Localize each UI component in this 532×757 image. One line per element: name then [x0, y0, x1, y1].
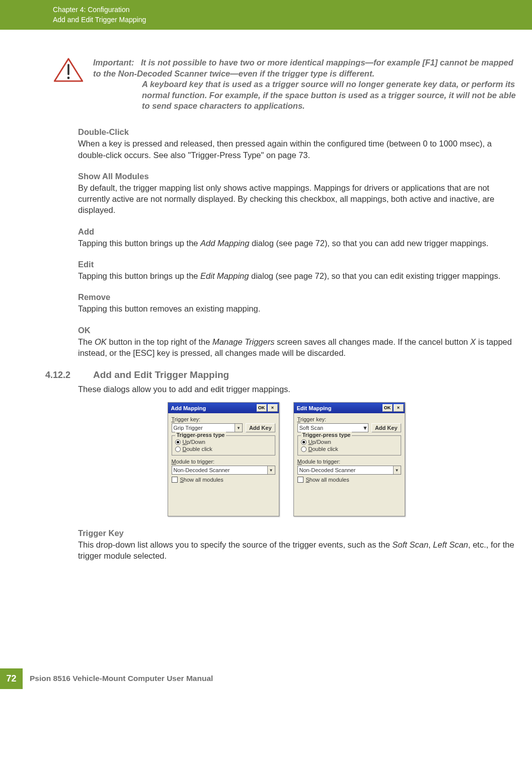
section-intro: These dialogs allow you to add and edit …	[78, 385, 519, 394]
section-title: Add and Edit Trigger Mapping	[93, 369, 229, 381]
dialog-pair: Add Mapping OK × Trigger key: Grip Trigg…	[53, 402, 519, 516]
subsection-remove: Remove Tapping this button removes an ex…	[78, 292, 519, 314]
module-dropdown[interactable]: Non-Decoded Scanner ▼	[172, 466, 275, 475]
important-callout: Important:It is not possible to have two…	[53, 57, 519, 111]
body-remove: Tapping this button removes an existing …	[78, 303, 519, 314]
radio-up-down[interactable]: Up/Down	[175, 439, 272, 445]
trigger-key-value: Soft Scan	[299, 425, 324, 431]
close-button[interactable]: ×	[394, 404, 404, 412]
radio-icon	[301, 439, 307, 445]
chevron-down-icon: ▼	[235, 424, 242, 432]
module-dropdown[interactable]: Non-Decoded Scanner ▼	[297, 466, 401, 475]
checkbox-icon	[172, 477, 178, 483]
trigger-key-label: Trigger key:	[297, 416, 401, 422]
radio-icon	[175, 439, 181, 445]
subsection-double-click: Double-Click When a key is pressed and r…	[78, 127, 519, 161]
radio-double-click[interactable]: Double click	[301, 446, 398, 452]
heading-show-all: Show All Modules	[78, 172, 519, 181]
trigger-press-type-group: Trigger-press type Up/Down Double click	[172, 435, 275, 456]
body-edit: Tapping this button brings up the Edit M…	[78, 270, 519, 281]
chapter-label: Chapter 4: Configuration	[53, 5, 532, 15]
body-trigger-key: This drop-down list allows you to specif…	[78, 539, 519, 562]
body-show-all: By default, the trigger mapping list onl…	[78, 182, 519, 216]
chevron-down-icon: ▼	[393, 466, 401, 474]
important-body-2: A keyboard key that is used as a trigger…	[142, 79, 519, 111]
section-4-12-2-heading: 4.12.2 Add and Edit Trigger Mapping	[53, 369, 519, 381]
show-all-modules-checkbox[interactable]: Show all modules	[297, 477, 401, 483]
radio-icon	[175, 446, 181, 452]
heading-ok: OK	[78, 326, 519, 335]
body-add: Tapping this button brings up the Add Ma…	[78, 238, 519, 249]
body-double-click: When a key is pressed and released, then…	[78, 138, 519, 161]
module-value: Non-Decoded Scanner	[299, 467, 356, 473]
manual-title: Psion 8516 Vehicle-Mount Computer User M…	[23, 668, 213, 689]
section-label: Add and Edit Trigger Mapping	[53, 15, 532, 25]
radio-icon	[301, 446, 307, 452]
add-key-button[interactable]: Add Key	[371, 423, 401, 432]
warning-icon	[53, 57, 84, 85]
module-label: Module to trigger:	[297, 459, 401, 465]
close-button[interactable]: ×	[268, 404, 278, 412]
heading-add: Add	[78, 227, 519, 237]
ok-button[interactable]: OK	[383, 404, 393, 412]
subsection-edit: Edit Tapping this button brings up the E…	[78, 260, 519, 281]
checkbox-icon	[297, 477, 303, 483]
section-number: 4.12.2	[45, 370, 78, 381]
add-dialog-title: Add Mapping	[171, 405, 206, 411]
ok-button[interactable]: OK	[257, 404, 267, 412]
trigger-press-type-group: Trigger-press type Up/Down Double click	[297, 435, 401, 456]
important-text: Important:It is not possible to have two…	[93, 57, 519, 111]
fieldset-legend: Trigger-press type	[301, 432, 352, 438]
chevron-down-icon: ▼	[267, 466, 275, 474]
trigger-key-value: Grip Trigger	[174, 425, 203, 431]
add-dialog-titlebar[interactable]: Add Mapping OK ×	[168, 403, 279, 413]
page-footer: 72 Psion 8516 Vehicle-Mount Computer Use…	[0, 668, 532, 689]
show-all-modules-checkbox[interactable]: Show all modules	[172, 477, 275, 483]
heading-remove: Remove	[78, 292, 519, 302]
trigger-key-dropdown[interactable]: Soft Scan ▼	[297, 423, 368, 432]
chevron-down-icon: ▼	[362, 425, 368, 431]
body-ok: The OK button in the top right of the Ma…	[78, 336, 519, 359]
subsection-trigger-key: Trigger Key This drop-down list allows y…	[78, 528, 519, 562]
important-label: Important:	[93, 57, 141, 68]
chapter-header: Chapter 4: Configuration Add and Edit Tr…	[0, 0, 532, 30]
heading-edit: Edit	[78, 260, 519, 269]
trigger-key-dropdown[interactable]: Grip Trigger ▼	[172, 423, 243, 432]
edit-dialog-title: Edit Mapping	[297, 405, 332, 411]
fieldset-legend: Trigger-press type	[175, 432, 226, 438]
edit-mapping-dialog: Edit Mapping OK × Trigger key: Soft Scan…	[293, 402, 405, 516]
radio-up-down[interactable]: Up/Down	[301, 439, 398, 445]
page-number: 72	[0, 668, 23, 689]
svg-point-2	[67, 77, 70, 80]
heading-double-click: Double-Click	[78, 127, 519, 137]
subsection-add: Add Tapping this button brings up the Ad…	[78, 227, 519, 249]
important-body-1: It is not possible to have two or more i…	[93, 58, 513, 78]
subsection-ok: OK The OK button in the top right of the…	[78, 326, 519, 359]
edit-dialog-titlebar[interactable]: Edit Mapping OK ×	[294, 403, 405, 413]
module-label: Module to trigger:	[172, 459, 275, 465]
add-mapping-dialog: Add Mapping OK × Trigger key: Grip Trigg…	[168, 402, 279, 516]
heading-trigger-key: Trigger Key	[78, 528, 519, 538]
add-key-button[interactable]: Add Key	[246, 423, 275, 432]
page-content: Important:It is not possible to have two…	[0, 30, 532, 587]
trigger-key-label: Trigger key:	[172, 416, 275, 422]
subsection-show-all: Show All Modules By default, the trigger…	[78, 172, 519, 216]
module-value: Non-Decoded Scanner	[174, 467, 230, 473]
radio-double-click[interactable]: Double click	[175, 446, 272, 452]
